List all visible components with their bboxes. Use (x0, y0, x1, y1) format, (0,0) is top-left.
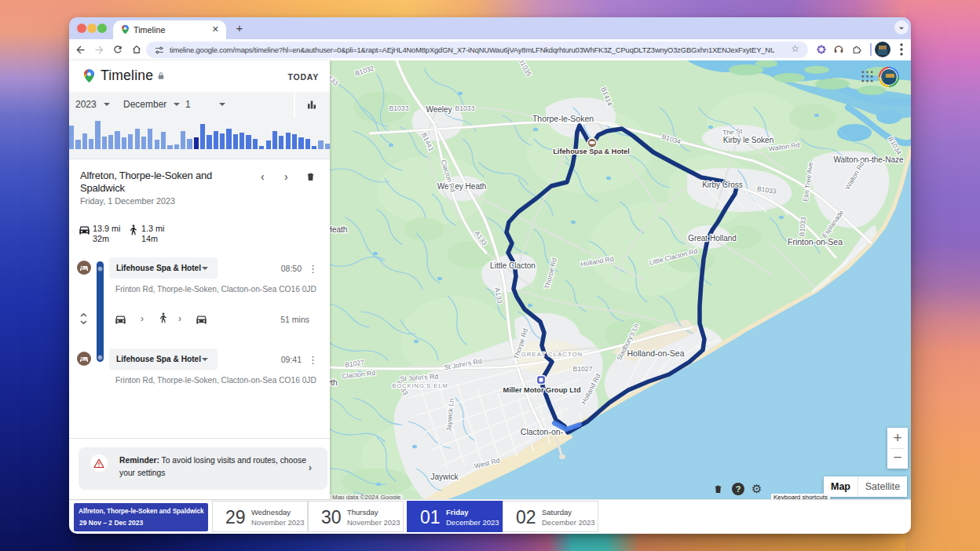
svg-text:Walton Rd: Walton Rd (843, 160, 866, 192)
svg-text:GREAT CLACTON: GREAT CLACTON (521, 351, 583, 358)
svg-text:Miller Motor Group Ltd: Miller Motor Group Ltd (503, 386, 580, 394)
svg-text:B1033: B1033 (455, 104, 475, 112)
svg-text:B1035: B1035 (517, 60, 533, 78)
svg-text:Weeley: Weeley (426, 105, 452, 114)
svg-text:Holland Rd: Holland Rd (580, 254, 615, 268)
svg-text:B1034: B1034 (661, 133, 682, 146)
svg-text:Holland Rd: Holland Rd (580, 372, 602, 405)
svg-text:Clacton Rd: Clacton Rd (342, 369, 376, 380)
svg-text:B1414: B1414 (599, 86, 614, 107)
svg-text:Great Holland: Great Holland (688, 234, 737, 243)
svg-text:BOCKING'S ELM: BOCKING'S ELM (392, 382, 448, 389)
svg-text:A133: A133 (493, 287, 503, 305)
svg-text:Jaywick Ln: Jaywick Ln (444, 398, 455, 432)
svg-text:St John's Rd: St John's Rd (444, 357, 483, 371)
svg-text:B1032: B1032 (354, 64, 375, 77)
svg-text:Kirby le Soken: Kirby le Soken (723, 136, 773, 144)
svg-text:Lifehouse Spa & Hotel: Lifehouse Spa & Hotel (553, 148, 630, 155)
svg-text:A133: A133 (330, 71, 340, 87)
svg-text:Walton-on-the-Naze: Walton-on-the-Naze (833, 155, 904, 164)
svg-text:Little Clacton Rd: Little Clacton Rd (648, 247, 698, 267)
svg-text:B1033: B1033 (756, 184, 777, 195)
svg-text:Heath: Heath (330, 225, 347, 234)
svg-text:Jaywick: Jaywick (430, 473, 459, 481)
svg-text:Holland-on-Sea: Holland-on-Sea (627, 348, 685, 358)
svg-text:Esplanade: Esplanade (821, 209, 846, 239)
svg-text:B1027: B1027 (345, 358, 365, 368)
svg-text:Clacton-on-: Clacton-on- (521, 427, 564, 436)
svg-text:B1441: B1441 (420, 131, 436, 152)
svg-text:A133: A133 (474, 229, 489, 246)
svg-text:Thorpe-le-Soken: Thorpe-le-Soken (532, 114, 594, 123)
svg-text:Little Clacton: Little Clacton (490, 261, 536, 270)
svg-text:B1034: B1034 (887, 135, 903, 156)
svg-text:Frinton-on-Sea: Frinton-on-Sea (788, 237, 843, 246)
svg-text:yth: yth (330, 378, 338, 387)
svg-text:B1027: B1027 (573, 365, 593, 373)
svg-text:Thorpe Rd: Thorpe Rd (543, 257, 558, 290)
svg-text:Elm Tree Ave: Elm Tree Ave (802, 162, 814, 203)
svg-text:Kirby Cross: Kirby Cross (702, 181, 743, 189)
svg-text:Weeley Heath: Weeley Heath (437, 182, 487, 191)
svg-text:St John's Rd: St John's Rd (400, 372, 438, 382)
svg-text:B1033: B1033 (798, 217, 807, 237)
svg-text:B1033: B1033 (389, 104, 409, 112)
svg-text:West Rd: West Rd (474, 456, 500, 470)
